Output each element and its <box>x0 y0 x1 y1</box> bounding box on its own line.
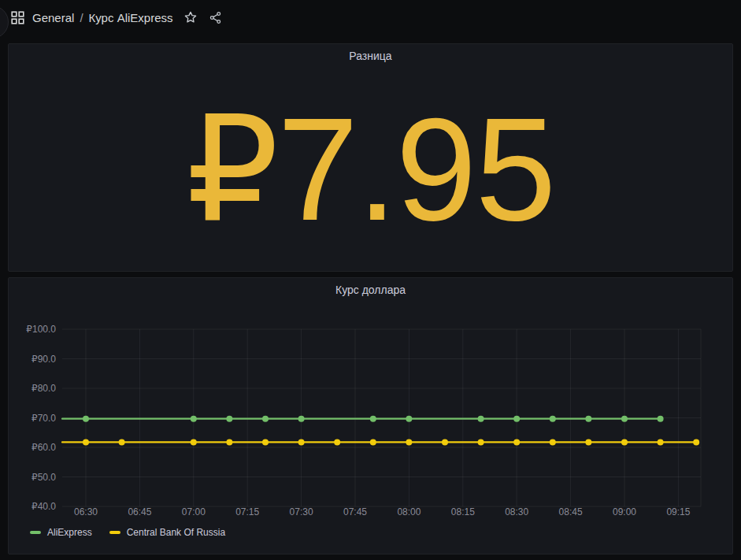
chart-legend: AliExpressCentral Bank Of Russia <box>9 527 732 538</box>
x-axis-tick-label: 08:15 <box>451 506 475 517</box>
x-axis-tick-label: 07:45 <box>343 506 367 517</box>
series-point <box>406 416 412 422</box>
series-point <box>550 439 556 445</box>
series-point <box>621 439 628 445</box>
series-point <box>478 439 484 445</box>
series-point <box>658 416 664 422</box>
series-point <box>693 439 699 445</box>
series-point <box>550 416 556 422</box>
series-point <box>442 439 448 445</box>
x-axis-tick-label: 08:30 <box>505 506 528 517</box>
x-axis-tick-label: 07:00 <box>182 506 206 517</box>
series-point <box>621 416 628 422</box>
series-point <box>226 439 232 445</box>
panel-title-raznitsa[interactable]: Разница <box>9 44 732 68</box>
panel-kurs-dollara: Курс доллара ₽100.0₽90.0₽80.0₽70.0₽60.0₽… <box>8 277 733 554</box>
y-axis-tick-label: ₽90.0 <box>31 354 56 365</box>
series-point <box>262 439 269 445</box>
breadcrumb-dashboard[interactable]: Курс AliExpress <box>89 11 173 24</box>
x-axis-tick-label: 06:45 <box>128 506 151 517</box>
series-point <box>119 439 125 445</box>
x-axis-tick-label: 08:45 <box>559 506 583 517</box>
y-axis-tick-label: ₽40.0 <box>31 501 56 512</box>
series-point <box>334 439 340 445</box>
series-point <box>585 439 591 445</box>
x-axis-tick-label: 07:15 <box>235 506 259 517</box>
x-axis-tick-label: 09:00 <box>613 506 636 517</box>
series-point <box>191 416 197 422</box>
breadcrumb-folder[interactable]: General <box>32 11 74 24</box>
series-point <box>298 416 305 422</box>
grid-layout-icon[interactable] <box>11 11 24 24</box>
legend-item-aliexpress[interactable]: AliExpress <box>30 527 92 538</box>
x-axis-tick-label: 08:00 <box>397 506 421 517</box>
y-axis-tick-label: ₽50.0 <box>31 472 56 483</box>
stat-value: ₽7.95 <box>9 68 732 271</box>
x-axis-tick-label: 09:15 <box>666 506 690 517</box>
series-point <box>226 416 232 422</box>
legend-item-central-bank-of-russia[interactable]: Central Bank Of Russia <box>109 527 225 538</box>
series-point <box>262 416 269 422</box>
series-point <box>370 439 376 445</box>
legend-label: Central Bank Of Russia <box>127 527 225 538</box>
share-icon[interactable] <box>209 11 222 24</box>
panel-raznitsa: Разница ₽7.95 <box>8 43 733 272</box>
legend-swatch <box>30 531 41 534</box>
series-point <box>658 439 664 445</box>
legend-label: AliExpress <box>47 527 92 538</box>
series-point <box>298 439 305 445</box>
x-axis-tick-label: 07:30 <box>290 506 313 517</box>
timeseries-chart[interactable]: ₽100.0₽90.0₽80.0₽70.0₽60.0₽50.0₽40.006:3… <box>9 312 731 525</box>
panel-title-kurs-dollara[interactable]: Курс доллара <box>9 278 732 302</box>
top-navbar: General / Курс AliExpress <box>0 0 741 35</box>
series-point <box>406 439 412 445</box>
legend-swatch <box>109 531 120 534</box>
side-menu-handle[interactable] <box>0 6 9 39</box>
series-point <box>370 416 376 422</box>
dashboard-grid: Разница ₽7.95 Курс доллара ₽100.0₽90.0₽8… <box>0 43 741 554</box>
breadcrumb: General / Курс AliExpress <box>32 11 172 24</box>
y-axis-tick-label: ₽70.0 <box>31 413 56 424</box>
y-axis-tick-label: ₽80.0 <box>31 383 56 394</box>
breadcrumb-separator: / <box>80 11 83 24</box>
series-point <box>83 439 89 445</box>
series-point <box>513 416 520 422</box>
series-point <box>478 416 484 422</box>
series-point <box>513 439 520 445</box>
y-axis-tick-label: ₽60.0 <box>31 442 56 453</box>
star-icon[interactable] <box>183 10 198 24</box>
series-point <box>585 416 591 422</box>
y-axis-tick-label: ₽100.0 <box>26 324 56 335</box>
x-axis-tick-label: 06:30 <box>74 506 98 517</box>
series-point <box>83 416 89 422</box>
series-point <box>191 439 197 445</box>
